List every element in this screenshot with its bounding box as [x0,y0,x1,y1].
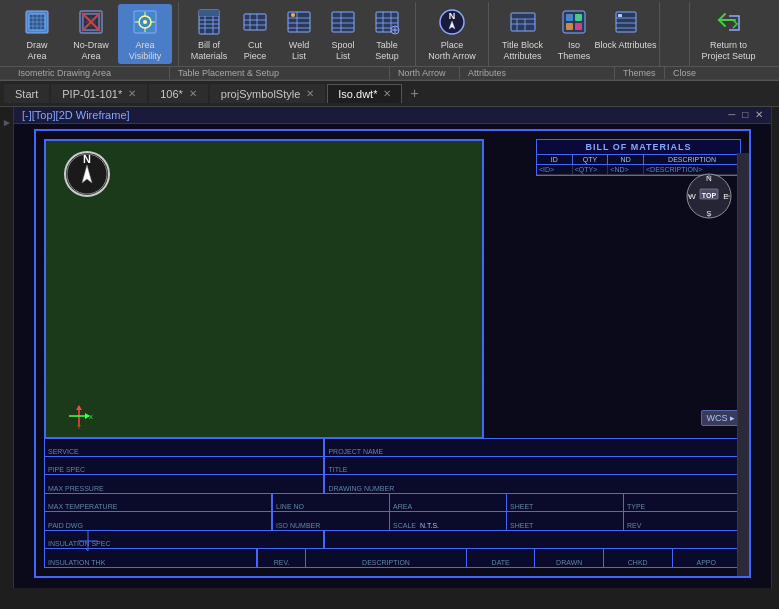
tab-isodwt[interactable]: Iso.dwt* ✕ [327,84,402,103]
tabs-bar: Start PIP-01-101* ✕ 106* ✕ projSymbolSty… [0,81,779,107]
area-visibility-button[interactable]: Area Visibility [118,4,172,64]
tb-label-iso-number: ISO NUMBER [276,522,320,529]
toolbar-label-close: Close [665,67,735,79]
svg-rect-76 [618,14,622,17]
toolbar-group-north-arrow: N Place North Arrow [416,2,489,66]
tab-add-button[interactable]: + [404,85,424,101]
block-attributes-label: Block Attributes [594,40,656,51]
vertical-scrollbar[interactable] [737,153,749,576]
svg-text:N: N [449,11,456,21]
svg-rect-44 [332,12,354,32]
tb-label-footer-drawn: DRAWN [556,559,582,566]
tb-label-line-no: LINE NO [276,503,304,510]
tb-cell-sheet: SHEET [507,494,624,511]
tb-cell-title: TITLE [324,457,740,474]
tb-cell-sheet2: SHEET [507,512,624,529]
tab-projsymbolstyle[interactable]: projSymbolStyle ✕ [210,84,325,103]
area-visibility-icon [129,6,161,38]
north-arrow-symbol: N [62,149,112,199]
toolbar-labels: Isometric Drawing Area Table Placement &… [0,67,779,80]
canvas-title-label: [-][Top][2D Wireframe] [22,109,130,121]
title-block-attributes-button[interactable]: Title Block Attributes [495,4,550,64]
weld-list-button[interactable]: Weld List [277,4,321,64]
axis-indicator: Y X [64,401,94,431]
title-block-row-5: PAID DWG ISO NUMBER SCALE N.T.S. SHEET [45,512,740,530]
minimize-icon[interactable]: ─ [728,109,735,120]
title-block-attributes-label: Title Block Attributes [502,40,543,62]
tab-projsymbolstyle-close[interactable]: ✕ [306,88,314,99]
tb-cell-area: AREA [390,494,507,511]
right-gutter [771,107,779,588]
spool-list-icon [327,6,359,38]
table-setup-icon [371,6,403,38]
toolbar: Draw Area [0,0,779,81]
svg-rect-70 [566,23,573,30]
title-block-inner: SERVICE PROJECT NAME PIPE SPEC TITLE [45,439,740,567]
toolbar-group-drawing-area: Draw Area [4,2,179,66]
tab-start[interactable]: Start [4,84,49,103]
svg-rect-71 [575,23,582,30]
table-setup-button[interactable]: Table Setup [365,4,409,64]
title-block-row-1: SERVICE PROJECT NAME [45,439,740,457]
tb-label-area: AREA [393,503,412,510]
no-draw-area-button[interactable]: No-Draw Area [64,4,118,64]
tb-cell-insulation-spec-val [324,531,740,548]
tab-pip01101[interactable]: PIP-01-101* ✕ [51,84,147,103]
iso-themes-icon [558,6,590,38]
tab-isodwt-close[interactable]: ✕ [383,88,391,99]
svg-text:TOP: TOP [702,192,717,199]
svg-rect-68 [566,14,573,21]
canvas-viewport[interactable]: [-][Top][2D Wireframe] ─ □ ✕ [14,107,771,588]
draw-area-button[interactable]: Draw Area [10,4,64,64]
bom-columns: ID QTY ND DESCRIPTION [537,155,740,165]
tb-label-sheet: SHEET [510,503,533,510]
iso-themes-button[interactable]: Iso Themes [550,4,598,64]
tb-cell-line-no: LINE NO [272,494,390,511]
toolbar-label-themes: Themes [615,67,665,79]
title-block-row-2: PIPE SPEC TITLE [45,457,740,475]
tab-106-label: 106* [160,88,183,100]
tab-106[interactable]: 106* ✕ [149,84,208,103]
maximize-icon[interactable]: □ [742,109,748,120]
tb-cell-drawing-number: DRAWING NUMBER [324,475,740,492]
place-north-arrow-button[interactable]: N Place North Arrow [422,4,482,64]
tab-pip01101-label: PIP-01-101* [62,88,122,100]
place-north-arrow-label: Place North Arrow [428,40,476,62]
tb-label-title: TITLE [328,466,347,473]
table-setup-label: Table Setup [375,40,399,62]
bom-col-id: ID [537,155,573,164]
spool-list-button[interactable]: Spool List [321,4,365,64]
compass: N E S W TOP [684,171,734,221]
toolbar-group-themes [660,2,690,66]
tab-start-label: Start [15,88,38,100]
no-draw-area-label: No-Draw Area [73,40,109,62]
tb-label-pipe-spec: PIPE SPEC [48,466,85,473]
tb-label-project-name: PROJECT NAME [328,448,383,455]
tb-cell-footer-date: DATE [467,549,536,566]
block-attributes-icon [610,6,642,38]
tab-106-close[interactable]: ✕ [189,88,197,99]
title-block-row-footer: INSULATION THK REV. DESCRIPTION DATE DRA [45,549,740,566]
svg-text:N: N [83,153,91,165]
toolbar-label-attributes: Attributes [460,67,615,79]
bom-cell-qty: <QTY> [573,165,609,174]
block-attributes-button[interactable]: Block Attributes [598,4,653,53]
tb-cell-pipe-spec: PIPE SPEC [45,457,324,474]
return-to-project-setup-button[interactable]: Return to Project Setup [696,4,761,64]
spool-list-label: Spool List [331,40,354,62]
iso-themes-label: Iso Themes [558,40,591,62]
tb-cell-footer-drawn: DRAWN [535,549,604,566]
weld-list-icon [283,6,315,38]
canvas-controls: ─ □ ✕ [728,109,763,120]
bill-of-materials-button[interactable]: Bill of Materials [185,4,233,64]
tb-cell-footer-rev: REV. [257,549,306,566]
cut-piece-button[interactable]: Cut Piece [233,4,277,64]
tb-cell-max-pressure: MAX PRESSURE [45,475,324,492]
tb-cell-rev: REV [624,512,740,529]
title-block: SERVICE PROJECT NAME PIPE SPEC TITLE [44,438,741,568]
close-icon[interactable]: ✕ [755,109,763,120]
bom-col-qty: QTY [573,155,609,164]
tab-pip01101-close[interactable]: ✕ [128,88,136,99]
return-to-project-setup-icon [713,6,745,38]
wcs-button[interactable]: WCS ▸ [701,410,742,426]
